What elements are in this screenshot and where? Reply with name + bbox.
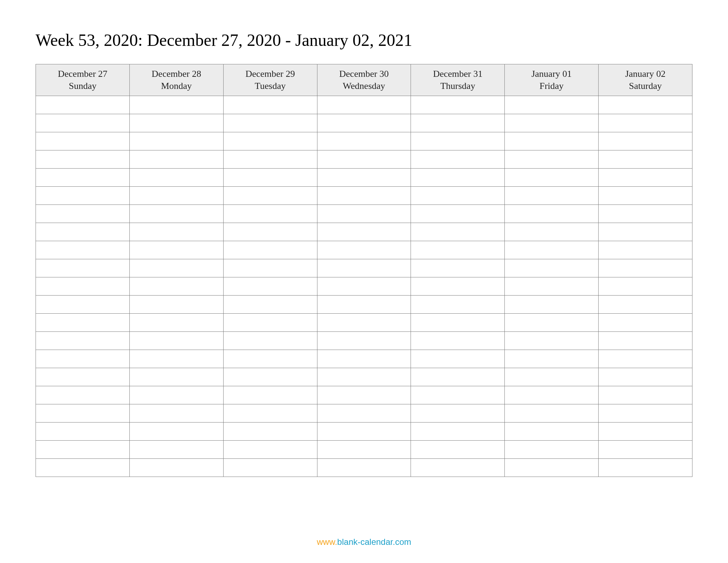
column-header-wednesday: December 30 Wednesday — [317, 64, 411, 96]
footer-link[interactable]: www.blank-calendar.com — [317, 537, 411, 547]
calendar-row — [36, 205, 692, 223]
calendar-cell — [36, 114, 130, 132]
calendar-cell — [599, 368, 692, 386]
calendar-row — [36, 295, 692, 313]
calendar-cell — [317, 368, 411, 386]
calendar-cell — [36, 386, 130, 404]
calendar-cell — [411, 295, 505, 313]
calendar-cell — [223, 150, 317, 168]
calendar-cell — [317, 259, 411, 277]
header-day: Friday — [506, 80, 597, 92]
calendar-row — [36, 186, 692, 205]
calendar-cell — [411, 241, 505, 259]
calendar-cell — [317, 168, 411, 186]
calendar-cell — [411, 205, 505, 223]
calendar-cell — [317, 440, 411, 458]
calendar-cell — [411, 331, 505, 350]
calendar-cell — [36, 277, 130, 295]
calendar-cell — [599, 114, 692, 132]
calendar-cell — [411, 132, 505, 150]
calendar-cell — [505, 368, 599, 386]
calendar-cell — [317, 96, 411, 114]
calendar-cell — [411, 168, 505, 186]
calendar-cell — [129, 313, 223, 331]
calendar-cell — [411, 223, 505, 241]
calendar-cell — [317, 386, 411, 404]
calendar-cell — [411, 96, 505, 114]
calendar-row — [36, 96, 692, 114]
calendar-cell — [36, 404, 130, 422]
calendar-cell — [223, 114, 317, 132]
calendar-cell — [599, 404, 692, 422]
calendar-cell — [223, 350, 317, 368]
calendar-cell — [223, 241, 317, 259]
calendar-cell — [599, 458, 692, 477]
calendar-cell — [36, 132, 130, 150]
calendar-cell — [36, 241, 130, 259]
calendar-cell — [411, 386, 505, 404]
calendar-cell — [129, 368, 223, 386]
calendar-cell — [317, 331, 411, 350]
calendar-cell — [223, 259, 317, 277]
calendar-row — [36, 114, 692, 132]
calendar-cell — [129, 96, 223, 114]
calendar-cell — [411, 440, 505, 458]
calendar-cell — [129, 150, 223, 168]
calendar-cell — [411, 313, 505, 331]
calendar-cell — [36, 168, 130, 186]
calendar-cell — [223, 404, 317, 422]
calendar-cell — [36, 313, 130, 331]
calendar-cell — [505, 223, 599, 241]
calendar-cell — [129, 422, 223, 440]
header-date: December 28 — [131, 68, 222, 80]
column-header-tuesday: December 29 Tuesday — [223, 64, 317, 96]
calendar-cell — [411, 114, 505, 132]
calendar-cell — [36, 350, 130, 368]
column-header-monday: December 28 Monday — [129, 64, 223, 96]
calendar-cell — [36, 368, 130, 386]
header-day: Tuesday — [225, 80, 316, 92]
calendar-cell — [411, 350, 505, 368]
calendar-cell — [129, 404, 223, 422]
calendar-cell — [129, 241, 223, 259]
calendar-cell — [223, 96, 317, 114]
calendar-cell — [505, 277, 599, 295]
calendar-cell — [411, 259, 505, 277]
calendar-cell — [129, 295, 223, 313]
calendar-cell — [317, 150, 411, 168]
calendar-cell — [505, 241, 599, 259]
header-date: December 29 — [225, 68, 316, 80]
calendar-cell — [411, 150, 505, 168]
calendar-cell — [36, 331, 130, 350]
calendar-row — [36, 132, 692, 150]
calendar-cell — [599, 132, 692, 150]
calendar-cell — [599, 96, 692, 114]
calendar-cell — [411, 458, 505, 477]
calendar-cell — [411, 186, 505, 205]
calendar-row — [36, 331, 692, 350]
calendar-row — [36, 150, 692, 168]
calendar-cell — [317, 422, 411, 440]
calendar-cell — [505, 114, 599, 132]
calendar-cell — [599, 422, 692, 440]
calendar-cell — [129, 386, 223, 404]
calendar-row — [36, 404, 692, 422]
calendar-cell — [317, 277, 411, 295]
header-date: December 30 — [319, 68, 410, 80]
calendar-cell — [599, 205, 692, 223]
calendar-cell — [599, 241, 692, 259]
calendar-cell — [505, 313, 599, 331]
calendar-cell — [36, 150, 130, 168]
calendar-cell — [223, 205, 317, 223]
weekly-calendar-table: December 27 Sunday December 28 Monday De… — [36, 64, 692, 477]
column-header-friday: January 01 Friday — [505, 64, 599, 96]
page-title: Week 53, 2020: December 27, 2020 - Janua… — [36, 30, 692, 50]
calendar-cell — [317, 350, 411, 368]
header-date: December 31 — [412, 68, 503, 80]
calendar-cell — [36, 422, 130, 440]
calendar-row — [36, 241, 692, 259]
calendar-cell — [223, 186, 317, 205]
calendar-cell — [129, 205, 223, 223]
calendar-cell — [223, 223, 317, 241]
calendar-row — [36, 277, 692, 295]
